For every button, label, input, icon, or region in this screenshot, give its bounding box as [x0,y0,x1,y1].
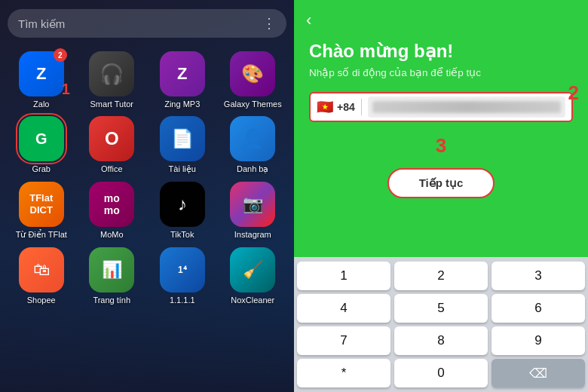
app-item-instagram[interactable]: 📷 Instagram [219,182,287,240]
app-label-trangtinha: Trang tính [93,296,130,305]
right-panel: ‹ Chào mừng bạn! Nhập số di động của bạn… [294,0,588,392]
key-2[interactable]: 2 [394,262,488,290]
key-1[interactable]: 1 [297,262,390,290]
badge-zalo: 2 [54,48,67,62]
step2-label: 2 [568,81,579,105]
search-input[interactable] [18,17,262,30]
app-item-galaxythemes[interactable]: 🎨 Galaxy Themes [219,51,287,109]
key-7[interactable]: 7 [297,326,390,355]
key-4[interactable]: 4 [297,294,390,323]
back-button[interactable]: ‹ [306,11,311,30]
app-label-instagram: Instagram [234,230,271,239]
app-label-office: Office [101,164,123,173]
app-label-zingmp3: Zing MP3 [164,100,200,109]
right-header: ‹ [294,0,588,30]
country-code-selector[interactable]: 🇻🇳 +84 [317,99,362,115]
app-item-shopee[interactable]: 🛍 Shopee [8,247,75,305]
more-options-icon[interactable]: ⋮ [262,15,276,32]
phone-number-input[interactable] [368,96,565,118]
app-label-galaxythemes: Galaxy Themes [224,100,282,109]
app-item-oneonone[interactable]: 1⁴ 1.1.1.1 [149,247,216,305]
phone-blur-placeholder [372,101,561,113]
search-bar[interactable]: ⋮ [8,9,286,38]
step3-label: 3 [436,134,446,158]
app-item-office[interactable]: O Office [78,116,146,174]
left-panel: ⋮ Z 2 1 Zalo 🎧 Smart Tutor Z Zing MP3 [0,0,294,392]
app-label-tiktok: TikTok [170,230,194,239]
phone-input-row[interactable]: 🇻🇳 +84 [309,92,573,122]
app-item-tflat[interactable]: TFlatDICT Từ Điển TFlat [8,182,75,240]
step1-label: 1 [62,81,70,98]
app-label-zalo: Zalo [33,100,49,109]
key-9[interactable]: 9 [492,326,585,355]
continue-button-wrap: Tiếp tục [309,168,573,198]
key-delete[interactable]: ⌫ [492,359,585,387]
app-label-shopee: Shopee [27,296,56,305]
numeric-keyboard: 1 2 3 4 5 6 7 8 9 * 0 ⌫ [294,257,588,392]
app-item-trangtinha[interactable]: 📊 Trang tính [78,247,146,305]
app-label-oneonone: 1.1.1.1 [170,296,195,305]
key-0[interactable]: 0 [394,359,488,387]
app-grid: Z 2 1 Zalo 🎧 Smart Tutor Z Zing MP3 🎨 [8,51,286,305]
app-label-noxcleaner: NoxCleaner [231,296,274,305]
app-label-momo: MoMo [100,230,124,239]
app-item-momo[interactable]: momo MoMo [78,182,146,240]
continue-button[interactable]: Tiếp tục [387,168,495,198]
key-6[interactable]: 6 [492,294,585,323]
welcome-title: Chào mừng bạn! [309,41,573,62]
app-item-zingmp3[interactable]: Z Zing MP3 [149,51,216,109]
key-5[interactable]: 5 [394,294,488,323]
app-label-grab: Grab [32,164,51,173]
key-star[interactable]: * [297,359,390,387]
app-item-tailieu[interactable]: 📄 Tài liệu [149,116,216,174]
welcome-subtitle: Nhập số di động của bạn để tiếp tục [309,66,573,78]
app-item-noxcleaner[interactable]: 🧹 NoxCleaner [219,247,287,305]
app-item-tiktok[interactable]: ♪ TikTok [149,182,216,240]
app-item-danba[interactable]: 👤 Danh bạ [219,116,287,174]
app-label-tflat: Từ Điển TFlat [16,230,67,240]
app-item-smarttutor[interactable]: 🎧 Smart Tutor [78,51,146,109]
app-item-zalo[interactable]: Z 2 1 Zalo [8,51,75,109]
flag-icon: 🇻🇳 [317,99,333,115]
key-3[interactable]: 3 [492,262,585,290]
app-label-smarttutor: Smart Tutor [90,100,133,109]
step3-wrap: 3 [309,134,573,158]
right-content: Chào mừng bạn! Nhập số di động của bạn đ… [294,30,588,257]
key-8[interactable]: 8 [394,326,488,355]
app-item-grab[interactable]: G Grab [8,116,75,174]
country-code-text: +84 [337,101,355,113]
app-label-tailieu: Tài liệu [169,164,196,174]
app-label-danba: Danh bạ [237,164,268,174]
